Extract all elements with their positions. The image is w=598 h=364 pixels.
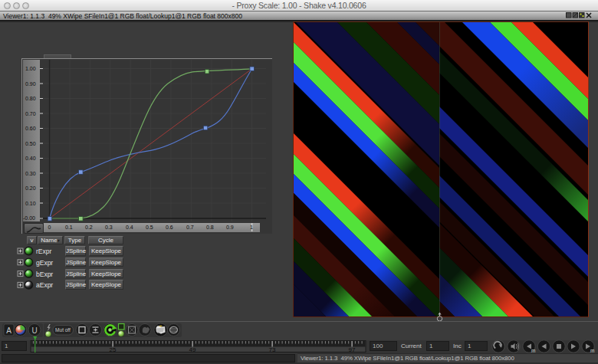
svg-text:m: m: [531, 348, 535, 353]
svg-text:Mut off: Mut off: [55, 327, 71, 333]
svg-text:m: m: [590, 348, 594, 353]
svg-text:73: 73: [269, 346, 276, 353]
svg-text:U: U: [31, 326, 37, 335]
svg-text:A: A: [6, 326, 12, 335]
svg-text:49: 49: [189, 346, 196, 353]
svg-text:25: 25: [110, 346, 117, 353]
svg-text:97: 97: [349, 346, 356, 353]
